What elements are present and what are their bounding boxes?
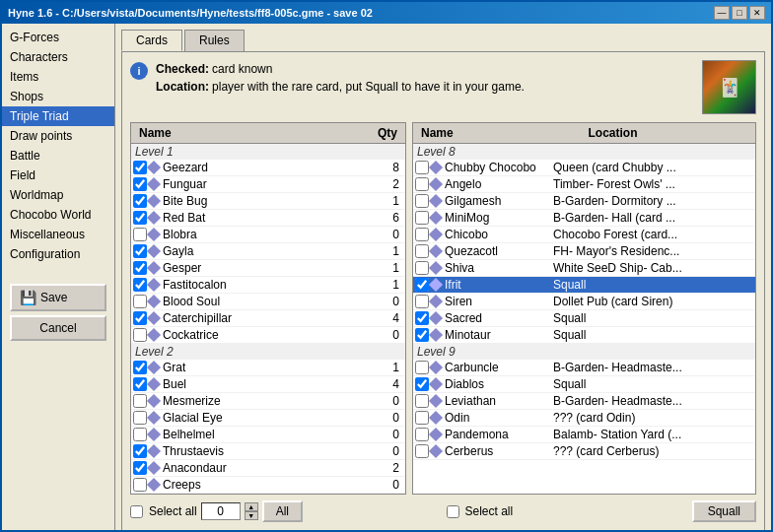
table-row[interactable]: Cockatrice0 bbox=[131, 327, 405, 344]
left-level-2-header: Level 2 bbox=[131, 344, 405, 360]
diamond-icon bbox=[147, 278, 161, 292]
table-row[interactable]: QuezacotlFH- Mayor's Residenc... bbox=[413, 243, 755, 260]
save-button[interactable]: 💾 Save bbox=[10, 284, 106, 311]
table-row[interactable]: SirenDollet Pub (card Siren) bbox=[413, 294, 755, 310]
diamond-icon bbox=[147, 211, 161, 225]
sidebar: G-Forces Characters Items Shops Triple T… bbox=[2, 24, 115, 530]
sidebar-item-draw-points[interactable]: Draw points bbox=[2, 126, 114, 146]
left-table-header: Name Qty bbox=[131, 123, 405, 144]
diamond-icon bbox=[429, 377, 443, 391]
diamond-icon bbox=[147, 377, 161, 391]
table-row-sacred[interactable]: SacredSquall bbox=[413, 310, 755, 327]
sidebar-item-items[interactable]: Items bbox=[2, 67, 114, 87]
left-level-1-header: Level 1 bbox=[131, 144, 405, 160]
diamond-icon bbox=[429, 244, 443, 258]
left-col-qty: Qty bbox=[367, 125, 401, 141]
table-row-ifrit[interactable]: IfritSquall bbox=[413, 277, 755, 294]
table-row[interactable]: ShivaWhite SeeD Ship- Cab... bbox=[413, 260, 755, 277]
table-row[interactable]: DiablosSquall bbox=[413, 376, 755, 393]
table-row[interactable]: Thrustaevis0 bbox=[131, 443, 405, 460]
title-buttons: — □ ✕ bbox=[714, 6, 765, 20]
sidebar-item-triple-triad[interactable]: Triple Triad bbox=[2, 106, 114, 126]
table-row[interactable]: Gesper1 bbox=[131, 260, 405, 277]
right-select-all-checkbox[interactable] bbox=[447, 505, 459, 518]
table-row[interactable]: Mesmerize0 bbox=[131, 393, 405, 410]
table-row[interactable]: Gayla1 bbox=[131, 243, 405, 260]
right-select-all-label: Select all bbox=[465, 504, 514, 518]
diamond-icon bbox=[147, 177, 161, 191]
left-select-all-label: Select all bbox=[149, 504, 197, 518]
cancel-button[interactable]: Cancel bbox=[10, 315, 106, 341]
diamond-icon bbox=[147, 161, 161, 174]
all-button[interactable]: All bbox=[262, 500, 303, 522]
table-row[interactable]: Geezard8 bbox=[131, 160, 405, 176]
tab-rules[interactable]: Rules bbox=[184, 30, 245, 51]
table-row[interactable]: MiniMogB-Garden- Hall (card ... bbox=[413, 210, 755, 227]
minimize-button[interactable]: — bbox=[714, 6, 730, 20]
table-row[interactable]: MinotaurSquall bbox=[413, 327, 755, 344]
qty-up-button[interactable]: ▲ bbox=[245, 502, 258, 511]
sidebar-item-miscellaneous[interactable]: Miscellaneous bbox=[2, 225, 114, 244]
table-row[interactable]: PandemonaBalamb- Station Yard (... bbox=[413, 427, 755, 443]
table-row[interactable]: Chubby ChocoboQueen (card Chubby ... bbox=[413, 160, 755, 176]
right-level-9-header: Level 9 bbox=[413, 344, 755, 360]
table-row[interactable]: Buel4 bbox=[131, 376, 405, 393]
tab-cards[interactable]: Cards bbox=[121, 30, 182, 51]
table-row[interactable]: Odin??? (card Odin) bbox=[413, 410, 755, 427]
diamond-icon bbox=[429, 411, 443, 425]
sidebar-item-worldmap[interactable]: Worldmap bbox=[2, 185, 114, 205]
left-select-all-checkbox[interactable] bbox=[130, 505, 143, 518]
table-row[interactable]: ChicoboChocobo Forest (card... bbox=[413, 227, 755, 243]
table-row[interactable]: Fastitocalon1 bbox=[131, 277, 405, 294]
table-row[interactable]: Glacial Eye0 bbox=[131, 410, 405, 427]
table-row[interactable]: Grat1 bbox=[131, 360, 405, 376]
table-row[interactable]: Bite Bug1 bbox=[131, 193, 405, 210]
table-row[interactable]: GilgameshB-Garden- Dormitory ... bbox=[413, 193, 755, 210]
close-button[interactable]: ✕ bbox=[749, 6, 765, 20]
squall-button[interactable]: Squall bbox=[692, 500, 756, 522]
content-area: G-Forces Characters Items Shops Triple T… bbox=[2, 24, 771, 530]
main-panel: Cards Rules i Checked: card known Locati… bbox=[115, 24, 771, 530]
table-row[interactable]: Blobra0 bbox=[131, 227, 405, 243]
maximize-button[interactable]: □ bbox=[732, 6, 747, 20]
table-row[interactable]: CarbuncleB-Garden- Headmaste... bbox=[413, 360, 755, 376]
diamond-icon bbox=[429, 428, 443, 441]
sidebar-item-chocobo-world[interactable]: Chocobo World bbox=[2, 205, 114, 225]
diamond-icon bbox=[147, 228, 161, 241]
sidebar-item-shops[interactable]: Shops bbox=[2, 87, 114, 106]
qty-down-button[interactable]: ▼ bbox=[245, 511, 258, 520]
right-table-panel: Name Location Level 8 Chubby ChocoboQuee… bbox=[412, 122, 756, 495]
diamond-icon bbox=[429, 177, 443, 191]
table-row[interactable]: LeviathanB-Garden- Headmaste... bbox=[413, 393, 755, 410]
sidebar-item-gforces[interactable]: G-Forces bbox=[2, 28, 114, 47]
sidebar-item-battle[interactable]: Battle bbox=[2, 146, 114, 166]
table-row[interactable]: Blood Soul0 bbox=[131, 294, 405, 310]
diamond-icon bbox=[147, 444, 161, 458]
sidebar-item-configuration[interactable]: Configuration bbox=[2, 244, 114, 264]
table-row[interactable]: Anacondaur2 bbox=[131, 460, 405, 477]
right-table-header: Name Location bbox=[413, 123, 755, 144]
diamond-icon bbox=[429, 394, 443, 408]
left-table-scroll[interactable]: Level 1 Geezard8 Funguar2 Bite Bug1 Red … bbox=[131, 144, 405, 494]
table-row[interactable]: Caterchipillar4 bbox=[131, 310, 405, 327]
diamond-icon bbox=[147, 194, 161, 208]
table-row[interactable]: Cerberus??? (card Cerberus) bbox=[413, 443, 755, 460]
table-row[interactable]: AngeloTimber- Forest Owls' ... bbox=[413, 176, 755, 193]
sidebar-item-field[interactable]: Field bbox=[2, 166, 114, 185]
right-table-scroll[interactable]: Level 8 Chubby ChocoboQueen (card Chubby… bbox=[413, 144, 755, 494]
right-table: Name Location Level 8 Chubby ChocoboQuee… bbox=[412, 122, 756, 495]
card-image: 🃏 bbox=[702, 60, 756, 114]
table-row[interactable]: Red Bat6 bbox=[131, 210, 405, 227]
bottom-bar: Select all ▲ ▼ All Select all Squall bbox=[130, 500, 756, 522]
diamond-icon bbox=[147, 311, 161, 325]
table-row[interactable]: Belhelmel0 bbox=[131, 427, 405, 443]
table-row[interactable]: Funguar2 bbox=[131, 176, 405, 193]
sidebar-item-characters[interactable]: Characters bbox=[2, 47, 114, 67]
diamond-icon bbox=[147, 361, 161, 374]
diamond-icon bbox=[147, 461, 161, 475]
card-image-inner: 🃏 bbox=[703, 61, 755, 113]
qty-input[interactable] bbox=[201, 502, 241, 520]
table-row[interactable]: Creeps0 bbox=[131, 477, 405, 494]
right-col-name: Name bbox=[417, 125, 585, 141]
diamond-icon bbox=[429, 361, 443, 374]
